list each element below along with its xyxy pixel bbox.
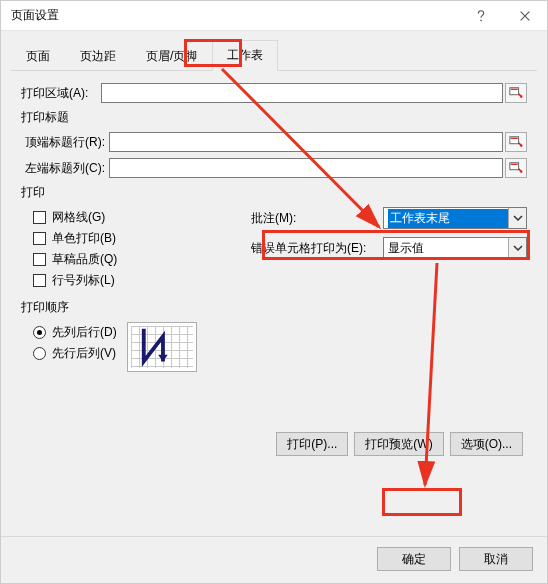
print-area-range-button[interactable]: [505, 83, 527, 103]
errors-label: 错误单元格打印为(E):: [251, 240, 383, 257]
black-white-checkbox-row[interactable]: 单色打印(B): [21, 228, 251, 249]
help-icon: [474, 9, 488, 23]
dialog-content: 打印区域(A): 打印标题 顶端标题行(R): 左端标题列(C): 打印: [1, 71, 547, 536]
over-then-down-radio-row[interactable]: 先行后列(V): [21, 343, 117, 364]
order-section-label: 打印顺序: [21, 299, 527, 316]
errors-value: 显示值: [388, 240, 424, 257]
draft-label: 草稿品质(Q): [52, 251, 117, 268]
checkbox-icon: [33, 274, 46, 287]
over-then-down-label: 先行后列(V): [52, 345, 116, 362]
row-col-headers-label: 行号列标(L): [52, 272, 115, 289]
radio-icon: [33, 326, 46, 339]
close-icon: [518, 9, 532, 23]
title-rows-label: 顶端标题行(R):: [21, 134, 109, 151]
title-cols-label: 左端标题列(C):: [21, 160, 109, 177]
title-cols-input[interactable]: [109, 158, 503, 178]
chevron-down-icon: [508, 238, 526, 258]
radio-icon: [33, 347, 46, 360]
down-then-over-label: 先列后行(D): [52, 324, 117, 341]
page-order-graphic: [127, 322, 197, 372]
checkbox-icon: [33, 232, 46, 245]
svg-rect-6: [511, 164, 518, 165]
svg-point-0: [480, 19, 482, 21]
print-titles-section-label: 打印标题: [21, 109, 527, 126]
comments-value: 工作表末尾: [388, 209, 526, 228]
tab-margins[interactable]: 页边距: [65, 41, 131, 71]
print-preview-button[interactable]: 打印预览(W): [354, 432, 443, 456]
options-button[interactable]: 选项(O)...: [450, 432, 523, 456]
title-cols-range-button[interactable]: [505, 158, 527, 178]
range-select-icon: [509, 135, 523, 149]
ok-button[interactable]: 确定: [377, 547, 451, 571]
tab-sheet[interactable]: 工作表: [212, 40, 278, 71]
tab-label: 页边距: [80, 49, 116, 63]
draft-checkbox-row[interactable]: 草稿品质(Q): [21, 249, 251, 270]
row-col-headers-checkbox-row[interactable]: 行号列标(L): [21, 270, 251, 291]
titlebar: 页面设置: [1, 1, 547, 31]
print-section-label: 打印: [21, 184, 527, 201]
tab-label: 页眉/页脚: [146, 49, 197, 63]
dialog-footer: 确定 取消: [1, 536, 547, 583]
checkbox-icon: [33, 211, 46, 224]
titlebar-title: 页面设置: [11, 7, 459, 24]
title-rows-range-button[interactable]: [505, 132, 527, 152]
close-button[interactable]: [503, 1, 547, 31]
down-then-over-radio-row[interactable]: 先列后行(D): [21, 322, 117, 343]
print-area-input[interactable]: [101, 83, 503, 103]
svg-rect-4: [511, 138, 518, 139]
action-buttons-row: 打印(P)... 打印预览(W) 选项(O)...: [21, 432, 527, 464]
black-white-label: 单色打印(B): [52, 230, 116, 247]
tab-header-footer[interactable]: 页眉/页脚: [131, 41, 212, 71]
errors-combo[interactable]: 显示值: [383, 237, 527, 259]
svg-rect-2: [511, 89, 518, 90]
page-setup-dialog: 页面设置 页面 页边距 页眉/页脚 工作表 打印区域(A): 打印标题 顶端标题…: [0, 0, 548, 584]
comments-combo[interactable]: 工作表末尾: [383, 207, 527, 229]
cancel-button[interactable]: 取消: [459, 547, 533, 571]
print-area-label: 打印区域(A):: [21, 85, 101, 102]
help-button[interactable]: [459, 1, 503, 31]
tab-page[interactable]: 页面: [11, 41, 65, 71]
range-select-icon: [509, 161, 523, 175]
tabs: 页面 页边距 页眉/页脚 工作表: [1, 31, 547, 70]
title-rows-input[interactable]: [109, 132, 503, 152]
comments-label: 批注(M):: [251, 210, 383, 227]
range-select-icon: [509, 86, 523, 100]
checkbox-icon: [33, 253, 46, 266]
tab-label: 页面: [26, 49, 50, 63]
gridlines-label: 网格线(G): [52, 209, 105, 226]
print-button[interactable]: 打印(P)...: [276, 432, 348, 456]
tab-label: 工作表: [227, 48, 263, 62]
gridlines-checkbox-row[interactable]: 网格线(G): [21, 207, 251, 228]
chevron-down-icon: [508, 208, 526, 228]
